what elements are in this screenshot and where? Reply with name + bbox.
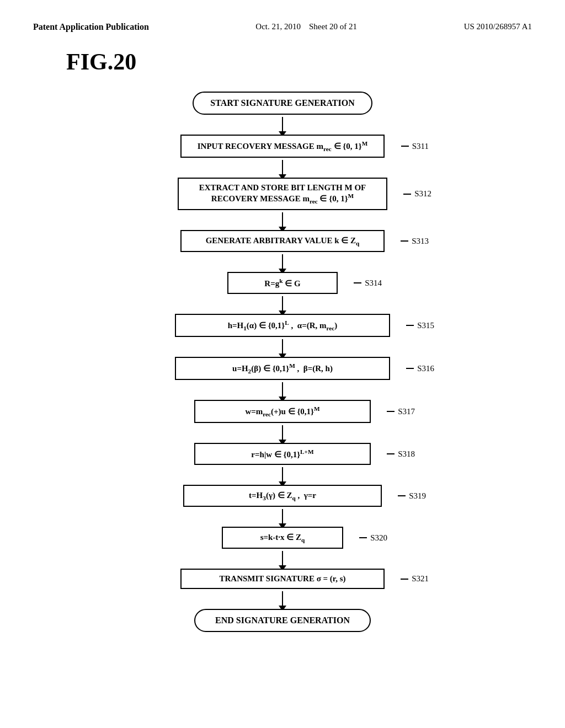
end-node-row: END SIGNATURE GENERATION (33, 609, 532, 632)
s316-node: u=H2(β) ∈ {0,1}M , β=(R, h) (175, 357, 390, 380)
arrow-line-10 (282, 509, 283, 524)
s321-container: TRANSMIT SIGNATURE σ = (r, s) S321 (180, 569, 385, 589)
header-date-sheet: Oct. 21, 2010 Sheet 20 of 21 (255, 22, 357, 31)
start-node-container: START SIGNATURE GENERATION (193, 92, 372, 115)
s318-node-row: r=h|w ∈ {0,1}L+M S318 (33, 443, 532, 465)
s312-node: EXTRACT AND STORE BIT LENGTH M OFRECOVER… (178, 178, 387, 210)
s311-node-row: INPUT RECOVERY MESSAGE mrec ∈ {0, 1}M S3… (33, 135, 532, 158)
s315-node-row: h=H1(α) ∈ {0,1}L , α=(R, mrec) S315 (33, 314, 532, 337)
s318-container: r=h|w ∈ {0,1}L+M S318 (194, 443, 371, 465)
s317-container: w=mrec(+)u ∈ {0,1}M S317 (194, 400, 371, 423)
s318-label: S318 (387, 449, 415, 459)
s313-container: GENERATE ARBITRARY VALUE k ∈ Zq S313 (180, 230, 385, 252)
arrow-1 (282, 115, 283, 135)
start-node-row: START SIGNATURE GENERATION (33, 92, 532, 115)
s315-node: h=H1(α) ∈ {0,1}L , α=(R, mrec) (175, 314, 390, 337)
s315-label: S315 (406, 321, 434, 330)
s311-node: INPUT RECOVERY MESSAGE mrec ∈ {0, 1}M (180, 135, 385, 158)
s316-label: S316 (406, 364, 434, 373)
arrow-10 (282, 507, 283, 527)
s314-container: R=gk ∈ G S314 (227, 272, 338, 294)
arrow-line-11 (282, 551, 283, 566)
s321-node-row: TRANSMIT SIGNATURE σ = (r, s) S321 (33, 569, 532, 589)
s312-container: EXTRACT AND STORE BIT LENGTH M OFRECOVER… (178, 178, 387, 210)
s320-node-row: s=k-t·x ∈ Zq S320 (33, 527, 532, 549)
figure-label: FIG.20 (66, 49, 532, 75)
s320-label: S320 (359, 533, 387, 543)
s320-node: s=k-t·x ∈ Zq (222, 527, 343, 549)
s317-label: S317 (387, 407, 415, 416)
s318-node: r=h|w ∈ {0,1}L+M (194, 443, 371, 465)
arrow-12 (282, 589, 283, 609)
s314-node: R=gk ∈ G (227, 272, 338, 294)
s312-node-row: EXTRACT AND STORE BIT LENGTH M OFRECOVER… (33, 178, 532, 210)
s313-label: S313 (401, 237, 429, 246)
s316-node-row: u=H2(β) ∈ {0,1}M , β=(R, h) S316 (33, 357, 532, 380)
arrow-5 (282, 294, 283, 314)
s312-label: S312 (403, 189, 431, 199)
s316-container: u=H2(β) ∈ {0,1}M , β=(R, h) S316 (175, 357, 390, 380)
s320-container: s=k-t·x ∈ Zq S320 (222, 527, 343, 549)
s315-container: h=H1(α) ∈ {0,1}L , α=(R, mrec) S315 (175, 314, 390, 337)
s319-node-row: t=H3(γ) ∈ Zq , γ=r S319 (33, 485, 532, 507)
s313-node-row: GENERATE ARBITRARY VALUE k ∈ Zq S313 (33, 230, 532, 252)
s313-node: GENERATE ARBITRARY VALUE k ∈ Zq (180, 230, 385, 252)
s319-label: S319 (398, 491, 426, 501)
arrow-8 (282, 423, 283, 443)
arrow-line-2 (282, 160, 283, 175)
s319-container: t=H3(γ) ∈ Zq , γ=r S319 (183, 485, 382, 507)
s317-node-row: w=mrec(+)u ∈ {0,1}M S317 (33, 400, 532, 423)
arrow-line-9 (282, 467, 283, 483)
arrow-11 (282, 549, 283, 569)
arrow-6 (282, 337, 283, 357)
s314-label: S314 (354, 279, 382, 288)
start-node: START SIGNATURE GENERATION (193, 92, 372, 115)
arrow-4 (282, 252, 283, 272)
s321-node: TRANSMIT SIGNATURE σ = (r, s) (180, 569, 385, 589)
s317-node: w=mrec(+)u ∈ {0,1}M (194, 400, 371, 423)
s311-label: S311 (401, 142, 429, 151)
arrow-line-6 (282, 339, 283, 355)
arrow-3 (282, 210, 283, 230)
s314-node-row: R=gk ∈ G S314 (33, 272, 532, 294)
arrow-line-3 (282, 212, 283, 228)
end-node-container: END SIGNATURE GENERATION (194, 609, 371, 632)
arrow-7 (282, 380, 283, 400)
arrow-line-5 (282, 296, 283, 312)
s311-container: INPUT RECOVERY MESSAGE mrec ∈ {0, 1}M S3… (180, 135, 385, 158)
arrow-line-7 (282, 382, 283, 398)
header-publication-label: Patent Application Publication (33, 22, 149, 32)
arrow-line-4 (282, 254, 283, 270)
arrow-line-1 (282, 117, 283, 132)
arrow-9 (282, 465, 283, 485)
header: Patent Application Publication Oct. 21, … (33, 22, 532, 32)
end-node: END SIGNATURE GENERATION (194, 609, 371, 632)
arrow-line-8 (282, 425, 283, 441)
arrow-2 (282, 158, 283, 178)
s319-node: t=H3(γ) ∈ Zq , γ=r (183, 485, 382, 507)
arrow-line-12 (282, 591, 283, 607)
header-patent-number: US 2010/268957 A1 (464, 22, 532, 31)
s321-label: S321 (401, 574, 429, 584)
flowchart: START SIGNATURE GENERATION INPUT RECOVER… (33, 92, 532, 632)
page: Patent Application Publication Oct. 21, … (0, 0, 565, 728)
